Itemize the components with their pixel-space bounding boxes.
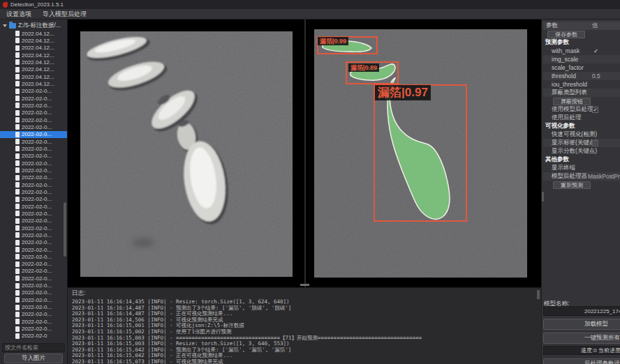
original-image: [80, 31, 293, 277]
tree-item[interactable]: 2022.04.12...: [0, 73, 67, 80]
param-row-show-label[interactable]: 显示标签(关键点): [543, 139, 620, 147]
tree-scrollbar[interactable]: [64, 202, 66, 257]
tree-item[interactable]: 2022.04.12...: [0, 52, 67, 59]
menu-bar: 设置选项 导入模型后处理: [0, 9, 620, 20]
param-row-threshold[interactable]: threshold 0.5: [543, 72, 620, 80]
tree-item[interactable]: 2022-02-0...: [0, 160, 67, 167]
file-tree: Z:/5-标注数据/... 2022.04.12... 2022.04.12..…: [0, 21, 67, 340]
tree-item[interactable]: 2022-02-0...: [0, 253, 67, 260]
tree-item[interactable]: 2022-02-0...: [0, 153, 67, 160]
model-name-field[interactable]: 20221225_174813: [543, 306, 620, 316]
tree-item[interactable]: 2022-02-0...: [0, 196, 67, 203]
file-icon: [15, 182, 20, 188]
mask-button[interactable]: 屏蔽按钮: [553, 98, 591, 105]
tree-item[interactable]: 2022-02-0...: [0, 109, 67, 116]
file-icon: [15, 189, 20, 195]
tree-item[interactable]: 2022-02-0...: [0, 325, 67, 332]
file-icon: [15, 268, 20, 274]
tree-item[interactable]: 2022.04.12...: [0, 80, 67, 87]
tree-item[interactable]: 2022.04.12...: [0, 37, 67, 44]
tree-item[interactable]: 2022.04.12...: [0, 30, 67, 37]
tree-item[interactable]: 2022.04.12...: [0, 45, 67, 52]
threshold-value[interactable]: 0.5: [592, 73, 600, 79]
file-icon: [15, 247, 20, 252]
tree-item[interactable]: 2022-02-0...: [0, 95, 67, 102]
tree-item[interactable]: 2022-02-0...: [0, 239, 67, 246]
value-col-header: 值: [592, 22, 598, 30]
tree-item[interactable]: 2022-02-0...: [0, 102, 67, 109]
tree-item[interactable]: 2022-02-0...: [0, 246, 67, 253]
tree-item[interactable]: 2022-02-0...: [0, 289, 67, 296]
model-post-processor-value[interactable]: MaskPostProc: [588, 173, 620, 180]
menu-import-postprocess[interactable]: 导入模型后处理: [43, 10, 87, 19]
tree-item[interactable]: 2022-02-0...: [0, 174, 67, 181]
file-icon: [15, 261, 20, 267]
param-row-show-terminal[interactable]: 显示终端: [543, 164, 620, 172]
tree-item[interactable]: 2022-02-0: [0, 333, 67, 340]
predict-all-button[interactable]: 一键预测所有图片: [543, 333, 620, 344]
section-predict-params: 预测参数: [543, 38, 620, 47]
tree-item[interactable]: 2022-02-0...: [0, 311, 67, 318]
tree-item[interactable]: 2022-02-0...: [0, 303, 67, 310]
checkbox-checked[interactable]: ✓: [592, 107, 598, 113]
tree-item[interactable]: 2022-02-0...: [0, 318, 67, 325]
repredict-button[interactable]: 重新预测: [553, 181, 591, 189]
log-panel: 日志: 2023-01-11 16:16:14,435 |INFO| - Res…: [68, 287, 541, 364]
tree-item[interactable]: 2022-02-0...: [0, 282, 67, 289]
tree-item-label: 2022-02-0...: [22, 289, 52, 296]
param-row-use-post[interactable]: 使用后处理: [543, 114, 620, 122]
tree-item[interactable]: 2022-02-0...: [0, 131, 67, 138]
tree-item-label: 2022.04.12...: [22, 45, 54, 51]
param-row-scale-factor[interactable]: scale_factor: [543, 63, 620, 72]
param-row-quick-vis[interactable]: 快速可视化(检测): [543, 130, 620, 139]
tree-item[interactable]: 2022-02-0...: [0, 296, 67, 303]
tree-item[interactable]: 2022-02-0...: [0, 203, 67, 210]
tree-item[interactable]: 2022-02-0...: [0, 261, 67, 268]
param-row-mask-type-list[interactable]: 屏蔽类型列表: [543, 89, 620, 97]
param-row-iou-threshold[interactable]: iou_threshold: [543, 80, 620, 89]
tree-item[interactable]: 2022-02-0...: [0, 232, 67, 238]
tree-item[interactable]: 2022-02-0...: [0, 218, 67, 225]
tree-item[interactable]: 2022-02-0...: [0, 188, 67, 195]
parameter-panel-scrollbar[interactable]: [542, 192, 544, 202]
tree-item[interactable]: 2022-02-0...: [0, 225, 67, 232]
caret-down-icon[interactable]: [3, 24, 7, 27]
check-icon[interactable]: ✓: [593, 47, 598, 54]
tree-item[interactable]: 2022-02-0...: [0, 123, 67, 130]
tree-item[interactable]: 2022-02-0...: [0, 167, 67, 174]
tree-item[interactable]: 2022-02-0...: [0, 145, 67, 152]
postprocess-settings-button[interactable]: 后处理参数设置: [543, 358, 620, 364]
tree-item-label: 2022-02-0...: [22, 153, 52, 159]
tree-item-label: 2022-02-0...: [22, 239, 52, 245]
tree-item[interactable]: 2022-02-0...: [0, 275, 67, 282]
tree-item[interactable]: 2022.04.12...: [0, 59, 67, 66]
param-row-show-score[interactable]: 显示分数(关键点): [543, 147, 620, 156]
speed-progress-field: 速度:0 当前进度:0/0: [543, 346, 620, 355]
param-row-with-mask[interactable]: with_mask ✓: [543, 47, 620, 55]
log-line: 2023-01-11 16:16:15,073 |INFO| - 可视化预测结果…: [72, 359, 541, 364]
menu-settings[interactable]: 设置选项: [6, 10, 31, 19]
param-row-img-scale[interactable]: img_scale: [543, 55, 620, 63]
import-images-button[interactable]: 导入图片: [4, 354, 63, 363]
checkbox-unchecked[interactable]: [592, 140, 598, 146]
tree-item-label: 2022-02-0...: [22, 275, 52, 282]
tree-item[interactable]: 2022.04.12...: [0, 66, 67, 73]
param-row-use-model-post[interactable]: 使用模型后处理 ✓: [543, 105, 620, 114]
tree-item[interactable]: 2022-02-0...: [0, 138, 67, 145]
viewer-divider-handle[interactable]: [300, 284, 309, 286]
tree-item[interactable]: 2022-02-0...: [0, 181, 67, 188]
tree-item[interactable]: 2022-02-0...: [0, 116, 67, 123]
param-table-header: 参数 值: [543, 22, 620, 30]
tree-item[interactable]: 2022-02-0...: [0, 88, 67, 95]
section-other-params: 其他参数: [543, 156, 620, 164]
log-scrollbar[interactable]: [537, 290, 540, 299]
tree-root-folder[interactable]: Z:/5-标注数据/...: [0, 21, 67, 30]
search-input[interactable]: [2, 343, 65, 352]
save-params-button[interactable]: 保存参数: [547, 31, 585, 38]
viewer-divider[interactable]: [304, 20, 306, 287]
tree-item[interactable]: 2022-02-0...: [0, 210, 67, 217]
tree-item[interactable]: 2022-02-0...: [0, 268, 67, 275]
prediction-image: [314, 29, 527, 278]
param-row-model-post-processor[interactable]: 模型后处理器 MaskPostProc: [543, 172, 620, 181]
load-model-button[interactable]: 加载模型: [543, 319, 620, 330]
